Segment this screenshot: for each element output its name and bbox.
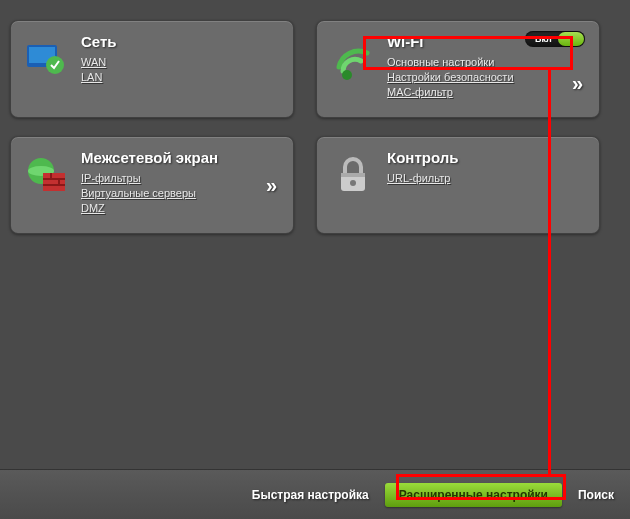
footer-search[interactable]: Поиск — [578, 488, 614, 502]
tile-links: IP-фильтры Виртуальные серверы DMZ — [81, 172, 279, 214]
wifi-toggle[interactable]: Вкл — [525, 31, 585, 47]
main-container: Сеть WAN LAN Wi-Fi Основные настройки — [0, 0, 630, 519]
link-dmz[interactable]: DMZ — [81, 202, 105, 214]
tile-wifi[interactable]: Wi-Fi Основные настройки Настройки безоп… — [316, 20, 600, 118]
link-ip-filters[interactable]: IP-фильтры — [81, 172, 141, 184]
tile-title: Межсетевой экран — [81, 149, 279, 166]
link-url-filter[interactable]: URL-фильтр — [387, 172, 450, 184]
toggle-label: Вкл — [525, 34, 558, 44]
tile-links: Основные настройки Настройки безопасност… — [387, 56, 585, 98]
firewall-icon — [25, 153, 69, 197]
svg-point-13 — [350, 180, 356, 186]
link-virtual-servers[interactable]: Виртуальные серверы — [81, 187, 196, 199]
tile-links: URL-фильтр — [387, 172, 585, 184]
tile-grid: Сеть WAN LAN Wi-Fi Основные настройки — [10, 20, 620, 234]
tile-body: Сеть WAN LAN — [81, 33, 279, 86]
tile-firewall[interactable]: Межсетевой экран IP-фильтры Виртуальные … — [10, 136, 294, 234]
tile-control[interactable]: Контроль URL-фильтр — [316, 136, 600, 234]
link-wan[interactable]: WAN — [81, 56, 106, 68]
link-wifi-mac[interactable]: MAC-фильтр — [387, 86, 453, 98]
link-lan[interactable]: LAN — [81, 71, 102, 83]
svg-rect-12 — [341, 173, 365, 177]
lock-icon — [331, 153, 375, 197]
wifi-icon — [331, 37, 375, 81]
footer-advanced-button[interactable]: Расширенные настройки — [385, 483, 562, 507]
chevron-icon[interactable]: » — [266, 174, 277, 197]
link-wifi-security[interactable]: Настройки безопасности — [387, 71, 514, 83]
chevron-icon[interactable]: » — [572, 72, 583, 95]
footer: Быстрая настройка Расширенные настройки … — [0, 469, 630, 519]
svg-rect-6 — [43, 173, 65, 191]
tile-title: Сеть — [81, 33, 279, 50]
network-icon — [25, 37, 69, 81]
tile-network[interactable]: Сеть WAN LAN — [10, 20, 294, 118]
toggle-knob — [558, 32, 584, 46]
tile-body: Межсетевой экран IP-фильтры Виртуальные … — [81, 149, 279, 217]
svg-point-3 — [342, 70, 352, 80]
tile-title: Контроль — [387, 149, 585, 166]
footer-quick-setup[interactable]: Быстрая настройка — [252, 488, 369, 502]
tile-links: WAN LAN — [81, 56, 279, 83]
link-wifi-basic[interactable]: Основные настройки — [387, 56, 494, 68]
tile-body: Контроль URL-фильтр — [387, 149, 585, 187]
